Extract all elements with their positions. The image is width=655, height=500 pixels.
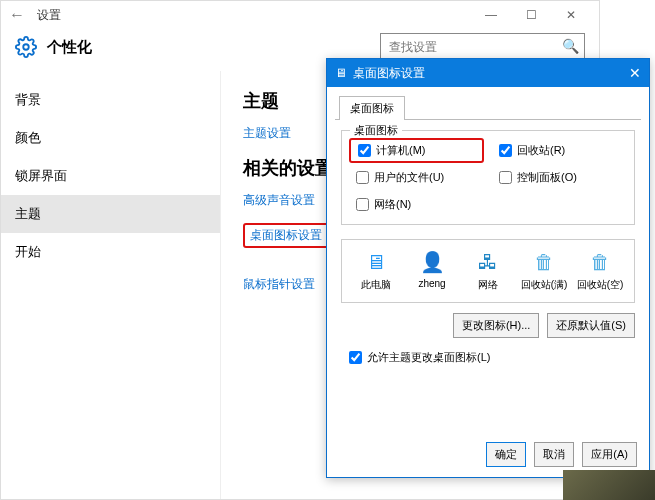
ok-button[interactable]: 确定 (486, 442, 526, 467)
tab-desktop-icons[interactable]: 桌面图标 (339, 96, 405, 120)
sidebar-item-start[interactable]: 开始 (1, 233, 220, 271)
user-icon: 👤 (418, 250, 446, 274)
page-title: 个性化 (47, 38, 92, 57)
dialog-close-button[interactable]: ✕ (629, 65, 641, 81)
check-user-files[interactable]: 用户的文件(U) (352, 168, 481, 187)
cancel-button[interactable]: 取消 (534, 442, 574, 467)
icon-grid: 🖥 此电脑 👤 zheng 🖧 网络 🗑 回收站(满) 🗑 回收站(空) (348, 250, 628, 292)
checks-grid: 计算机(M) 回收站(R) 用户的文件(U) 控制面板(O) 网络(N) (352, 141, 624, 214)
window-title: 设置 (37, 7, 61, 24)
icon-label: zheng (418, 278, 445, 289)
close-button[interactable]: ✕ (551, 1, 591, 29)
minimize-button[interactable]: — (471, 1, 511, 29)
check-computer[interactable]: 计算机(M) (349, 138, 484, 163)
icon-button-row: 更改图标(H)... 还原默认值(S) (341, 313, 635, 338)
svg-point-0 (23, 44, 29, 50)
sidebar: 背景 颜色 锁屏界面 主题 开始 (1, 71, 221, 499)
recycle-full-icon: 🗑 (530, 250, 558, 274)
back-arrow-icon[interactable]: ← (9, 6, 25, 24)
dialog-footer: 确定 取消 应用(A) (486, 442, 637, 467)
change-icon-button[interactable]: 更改图标(H)... (453, 313, 539, 338)
link-desktop-icon-settings[interactable]: 桌面图标设置 (243, 223, 329, 248)
sidebar-item-colors[interactable]: 颜色 (1, 119, 220, 157)
check-recycle[interactable]: 回收站(R) (495, 141, 624, 160)
allow-theme-check[interactable]: 允许主题更改桌面图标(L) (345, 348, 631, 367)
icon-network[interactable]: 🖧 网络 (461, 250, 515, 292)
check-control-panel[interactable]: 控制面板(O) (495, 168, 624, 187)
icon-label: 回收站(满) (521, 278, 568, 292)
checkbox-control-panel[interactable] (499, 171, 512, 184)
dialog-titlebar: 🖥 桌面图标设置 ✕ (327, 59, 649, 87)
sidebar-item-lockscreen[interactable]: 锁屏界面 (1, 157, 220, 195)
restore-default-button[interactable]: 还原默认值(S) (547, 313, 635, 338)
dialog-tabs: 桌面图标 (335, 93, 641, 120)
label-control-panel: 控制面板(O) (517, 170, 577, 185)
icon-recycle-empty[interactable]: 🗑 回收站(空) (573, 250, 627, 292)
label-recycle: 回收站(R) (517, 143, 565, 158)
label-network: 网络(N) (374, 197, 411, 212)
settings-titlebar: ← 设置 — ☐ ✕ (1, 1, 599, 29)
icon-checkbox-group: 桌面图标 计算机(M) 回收站(R) 用户的文件(U) 控制面板(O) 网络(N… (341, 130, 635, 225)
icon-user[interactable]: 👤 zheng (405, 250, 459, 292)
label-allow-theme: 允许主题更改桌面图标(L) (367, 350, 490, 365)
checkbox-user-files[interactable] (356, 171, 369, 184)
checkbox-network[interactable] (356, 198, 369, 211)
group-label: 桌面图标 (350, 123, 402, 138)
icon-label: 回收站(空) (577, 278, 624, 292)
checkbox-computer[interactable] (358, 144, 371, 157)
dialog-icon: 🖥 (335, 66, 347, 80)
taskbar-thumbnail (563, 470, 655, 500)
label-user-files: 用户的文件(U) (374, 170, 444, 185)
search-input[interactable] (380, 33, 585, 61)
sidebar-item-themes[interactable]: 主题 (1, 195, 220, 233)
icon-label: 此电脑 (361, 278, 391, 292)
checkbox-recycle[interactable] (499, 144, 512, 157)
apply-button[interactable]: 应用(A) (582, 442, 637, 467)
icon-recycle-full[interactable]: 🗑 回收站(满) (517, 250, 571, 292)
network-icon: 🖧 (474, 250, 502, 274)
search-wrap: 🔍 (380, 33, 585, 61)
maximize-button[interactable]: ☐ (511, 1, 551, 29)
icon-label: 网络 (478, 278, 498, 292)
label-computer: 计算机(M) (376, 143, 426, 158)
search-icon[interactable]: 🔍 (562, 38, 579, 54)
recycle-empty-icon: 🗑 (586, 250, 614, 274)
sidebar-item-background[interactable]: 背景 (1, 81, 220, 119)
dialog-title: 桌面图标设置 (353, 65, 425, 82)
desktop-icon-dialog: 🖥 桌面图标设置 ✕ 桌面图标 桌面图标 计算机(M) 回收站(R) 用户的文件… (326, 58, 650, 478)
window-controls: — ☐ ✕ (471, 1, 591, 29)
icon-preview-box: 🖥 此电脑 👤 zheng 🖧 网络 🗑 回收站(满) 🗑 回收站(空) (341, 239, 635, 303)
gear-icon (15, 36, 37, 58)
checkbox-allow-theme[interactable] (349, 351, 362, 364)
monitor-icon: 🖥 (362, 250, 390, 274)
icon-this-pc[interactable]: 🖥 此电脑 (349, 250, 403, 292)
check-network[interactable]: 网络(N) (352, 195, 481, 214)
